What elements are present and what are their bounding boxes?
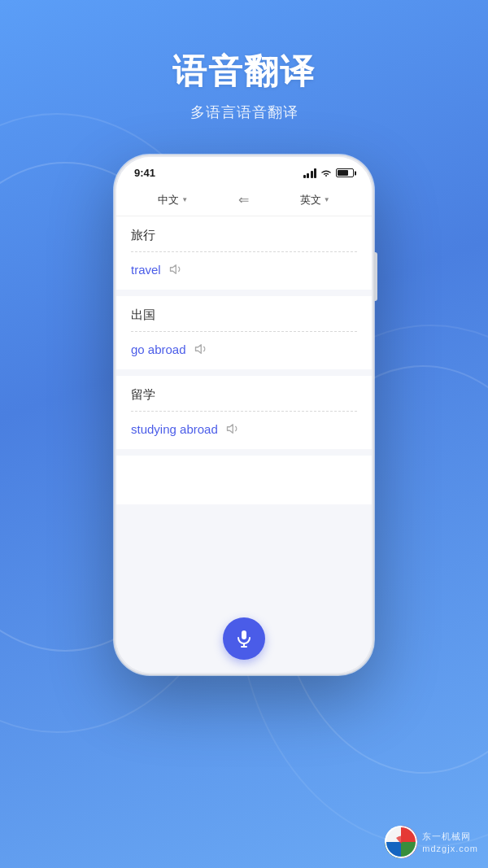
speaker-icon [226,421,241,436]
status-time: 9:41 [134,167,155,179]
divider-3 [131,411,357,412]
watermark-logo [385,826,417,858]
translation-row-3: studying abroad [131,420,357,438]
source-text-2: 出国 [131,308,357,323]
list-item: 留学 studying abroad [116,376,372,449]
swap-languages-button[interactable]: ⇐ [238,192,249,207]
speaker-icon [194,342,209,356]
wifi-icon [320,169,332,177]
app-title: 语音翻译 [172,49,316,94]
speaker-icon [169,262,184,277]
translation-list: 旅行 travel 出国 [116,216,372,604]
source-language-dropdown-icon: ▼ [181,196,188,203]
target-language-selector[interactable]: 英文 ▼ [300,193,330,207]
source-language-label: 中文 [158,193,179,207]
mic-icon [234,629,254,648]
empty-area [116,456,372,504]
mic-area [116,604,372,673]
phone-mockup: 9:41 [114,155,374,675]
watermark-site-name: 东一机械网 [422,831,478,843]
speaker-button-2[interactable] [193,340,211,358]
battery-icon [336,168,354,177]
source-text-3: 留学 [131,387,357,403]
signal-icon [303,168,317,178]
watermark: 东一机械网 mdzgjx.com [385,826,478,858]
status-icons [303,168,355,178]
translated-text-1: travel [131,263,161,277]
target-language-label: 英文 [300,193,321,207]
source-language-selector[interactable]: 中文 ▼ [158,193,188,207]
app-header: 语音翻译 多语言语音翻译 [172,49,316,122]
translation-row-1: travel [131,260,357,278]
divider-2 [131,331,357,332]
watermark-url: mdzgjx.com [422,844,478,853]
speaker-button-3[interactable] [224,420,242,438]
list-item: 出国 go abroad [116,296,372,369]
svg-rect-4 [242,630,246,639]
divider-1 [131,251,357,252]
translated-text-2: go abroad [131,342,186,356]
phone-frame: 9:41 [114,155,374,675]
target-language-dropdown-icon: ▼ [324,196,330,203]
mic-button[interactable] [223,617,265,660]
status-bar: 9:41 [116,157,372,184]
source-text-1: 旅行 [131,228,357,243]
app-subtitle: 多语言语音翻译 [172,103,316,122]
speaker-button-1[interactable] [168,260,185,278]
list-item: 旅行 travel [116,216,372,290]
translation-row-2: go abroad [131,340,357,358]
translated-text-3: studying abroad [131,422,218,436]
language-bar[interactable]: 中文 ▼ ⇐ 英文 ▼ [116,184,372,216]
phone-screen: 9:41 [116,157,372,673]
